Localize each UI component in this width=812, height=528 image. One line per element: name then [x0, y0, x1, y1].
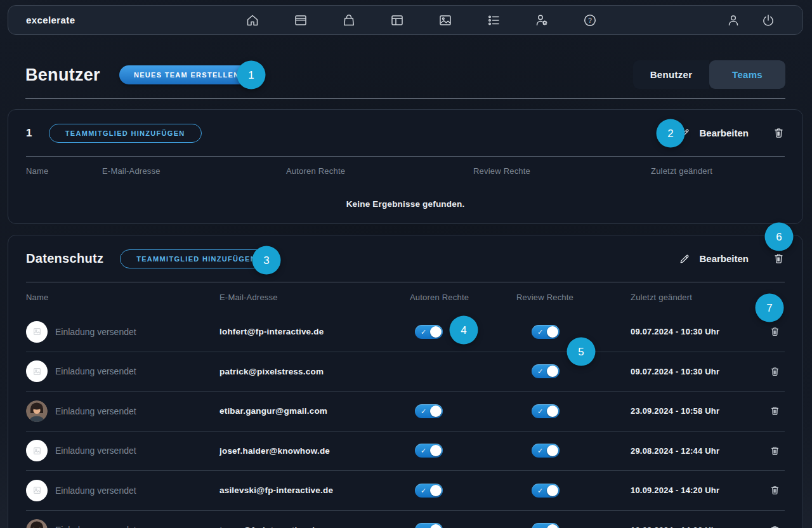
- svg-text:?: ?: [588, 16, 592, 23]
- team-card-1: 1 TEAMMITGLIED HINZUFÜGEN Bearbeiten Nam…: [8, 109, 803, 224]
- review-rights-toggle[interactable]: [532, 325, 560, 339]
- tab-benutzer[interactable]: Benutzer: [633, 60, 709, 89]
- help-icon[interactable]: ?: [582, 13, 598, 28]
- delete-member-button[interactable]: [769, 525, 780, 528]
- col-name: Name: [26, 166, 102, 176]
- archive-icon[interactable]: [293, 13, 308, 28]
- member-row: Einladung versendet lohfert@fp-interacti…: [26, 312, 785, 352]
- tab-teams[interactable]: Teams: [709, 60, 785, 89]
- delete-team-button[interactable]: [773, 253, 785, 265]
- author-rights-toggle[interactable]: [415, 404, 443, 418]
- author-rights-toggle[interactable]: [415, 325, 443, 339]
- edit-team-button[interactable]: Bearbeiten: [679, 127, 749, 139]
- page-header: Benutzer NEUES TEAM ERSTELLEN: [25, 60, 254, 90]
- member-row: Einladung versendet asilevski@fp-interac…: [26, 471, 785, 511]
- delete-member-button[interactable]: [769, 406, 780, 416]
- header-divider: [25, 98, 785, 99]
- invite-status: Einladung versendet: [55, 366, 136, 376]
- review-rights-toggle[interactable]: [532, 523, 560, 528]
- col-review-rights: Review Rechte: [516, 293, 631, 302]
- member-email: asilevski@fp-interactive.de: [219, 485, 410, 495]
- delete-member-button[interactable]: [769, 326, 780, 337]
- delete-member-button[interactable]: [769, 366, 780, 377]
- col-email: E-Mail-Adresse: [219, 293, 410, 302]
- avatar: [26, 400, 48, 422]
- home-icon[interactable]: [245, 13, 260, 28]
- invite-status: Einladung versendet: [55, 406, 136, 416]
- review-rights-toggle[interactable]: [532, 484, 560, 498]
- author-rights-toggle[interactable]: [415, 523, 443, 528]
- member-email: josef.haider@knowhow.de: [219, 446, 410, 456]
- last-changed: 29.08.2024 - 12:44 Uhr: [631, 446, 762, 456]
- brand-logo[interactable]: excelerate: [26, 6, 75, 34]
- invite-status: Einladung versendet: [55, 446, 136, 456]
- member-email: lohfert@fp-interactive.de: [219, 327, 410, 336]
- annotation-badge-5: 5: [567, 338, 596, 366]
- power-icon[interactable]: [761, 13, 776, 28]
- team-datenschutz-column-headers: Name E-Mail-Adresse Autoren Rechte Revie…: [26, 282, 785, 312]
- annotation-badge-2: 2: [657, 119, 685, 148]
- col-review-rights: Review Rechte: [473, 166, 651, 176]
- author-rights-toggle[interactable]: [415, 484, 443, 498]
- avatar: [26, 321, 48, 343]
- team-datenschutz-header: Datenschutz TEAMMITGLIED HINZUFÜGEN Bear…: [26, 235, 785, 282]
- team-card-datenschutz: Datenschutz TEAMMITGLIED HINZUFÜGEN Bear…: [8, 235, 803, 528]
- last-changed: 10.09.2024 - 14:06 Uhr: [631, 525, 762, 528]
- col-last-changed: Zuletzt geändert: [631, 293, 762, 302]
- shopping-bag-icon[interactable]: [341, 13, 357, 28]
- delete-member-button[interactable]: [769, 446, 780, 456]
- nav-user-area: [726, 6, 776, 34]
- checklist-icon[interactable]: [486, 13, 501, 28]
- team-name: 1: [26, 127, 32, 140]
- last-changed: 23.09.2024 - 10:58 Uhr: [631, 406, 762, 416]
- nav-menu: ?: [245, 6, 598, 34]
- invite-status: Einladung versendet: [55, 525, 136, 528]
- author-rights-toggle[interactable]: [415, 444, 443, 458]
- team-name: Datenschutz: [26, 251, 103, 266]
- review-rights-toggle[interactable]: [532, 364, 560, 378]
- member-email: etibar.gangur@gmail.com: [219, 406, 410, 416]
- annotation-badge-4: 4: [450, 316, 478, 345]
- member-row: Einladung versendet patrick@pixelstress.…: [26, 352, 785, 392]
- col-author-rights: Autoren Rechte: [410, 293, 516, 302]
- pencil-icon: [679, 253, 691, 265]
- edit-label: Bearbeiten: [699, 253, 749, 264]
- invite-status: Einladung versendet: [55, 485, 136, 496]
- delete-team-button[interactable]: [773, 127, 785, 139]
- delete-member-button[interactable]: [769, 485, 780, 496]
- team-1-column-headers: Name E-Mail-Adresse Autoren Rechte Revie…: [26, 157, 785, 185]
- empty-state-message: Keine Ergebnisse gefunden.: [26, 185, 785, 223]
- avatar: [26, 440, 48, 461]
- view-tabs: Benutzer Teams: [633, 60, 785, 89]
- review-rights-toggle[interactable]: [532, 404, 560, 418]
- create-team-button[interactable]: NEUES TEAM ERSTELLEN: [119, 65, 254, 84]
- member-row: Einladung versendet etibar.gangur@gmail.…: [26, 392, 785, 432]
- invite-status: Einladung versendet: [55, 327, 136, 337]
- annotation-badge-3: 3: [252, 246, 281, 275]
- avatar: [26, 360, 48, 382]
- annotation-badge-6: 6: [765, 223, 794, 251]
- top-navbar: excelerate ?: [8, 5, 803, 35]
- last-changed: 09.07.2024 - 10:30 Uhr: [631, 367, 762, 376]
- add-member-button[interactable]: TEAMMITGLIED HINZUFÜGEN: [49, 124, 202, 143]
- col-email: E-Mail-Adresse: [102, 166, 286, 176]
- last-changed: 09.07.2024 - 10:30 Uhr: [631, 327, 762, 336]
- image-icon[interactable]: [438, 13, 453, 28]
- last-changed: 10.09.2024 - 14:20 Uhr: [631, 485, 762, 495]
- annotation-badge-1: 1: [237, 61, 266, 89]
- user-icon[interactable]: [726, 13, 741, 28]
- col-last-changed: Zuletzt geändert: [651, 166, 785, 176]
- avatar: [26, 480, 48, 501]
- user-settings-icon[interactable]: [534, 13, 549, 28]
- member-row: Einladung versendet tamm@fp-interactive.…: [26, 511, 785, 528]
- add-member-button[interactable]: TEAMMITGLIED HINZUFÜGEN: [120, 249, 273, 268]
- edit-label: Bearbeiten: [699, 128, 749, 138]
- edit-team-button[interactable]: Bearbeiten: [679, 253, 749, 265]
- layout-icon[interactable]: [390, 13, 405, 28]
- page-title: Benutzer: [25, 65, 100, 85]
- member-email: patrick@pixelstress.com: [219, 367, 410, 376]
- annotation-badge-7: 7: [756, 294, 784, 322]
- member-row: Einladung versendet josef.haider@knowhow…: [26, 432, 785, 472]
- review-rights-toggle[interactable]: [532, 444, 560, 458]
- avatar: [26, 519, 48, 528]
